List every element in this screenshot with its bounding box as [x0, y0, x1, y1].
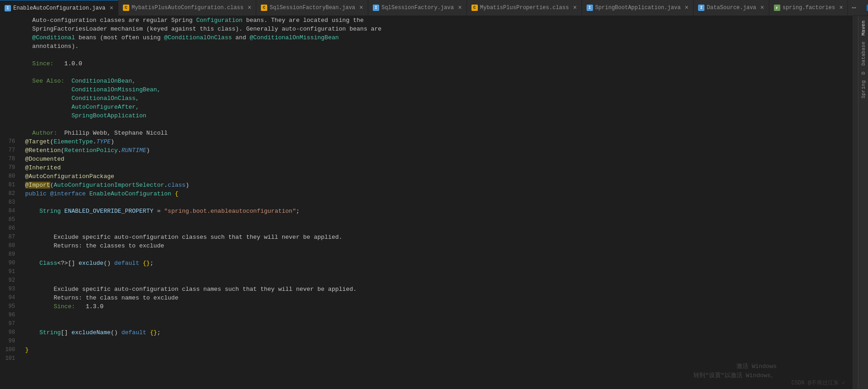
ln-empty5 [0, 51, 15, 59]
more-tabs-button[interactable]: ⋯ [848, 0, 860, 16]
ln-98: 98 [0, 328, 15, 337]
code-editor[interactable]: 76 77 78 79 80 81 82 83 84 85 86 87 88 8… [0, 16, 858, 389]
code-line-77: @Retention(RetentionPolicy.RUNTIME) [25, 146, 852, 155]
code-line-98: String[] excludeName() default {}; [25, 328, 852, 337]
code-line-92 [25, 276, 852, 285]
ln-empty2 [0, 25, 15, 33]
code-line-80: @AutoConfigurationPackage [25, 172, 852, 181]
tab-icon-datasource: I [698, 5, 704, 11]
ln-96: 96 [0, 311, 15, 320]
tab-mybatis-autocfg[interactable]: C MybatisPlusAutoConfiguration.class × [118, 0, 256, 16]
doc-line-seealso5: See Also: SpringBootApplication [25, 111, 852, 120]
ln-empty [0, 16, 15, 25]
tab-close-mybatis-autocfg[interactable]: × [248, 4, 251, 11]
ln-100: 100 [0, 346, 15, 354]
code-line-90: Class<?>[] exclude() default {}; [25, 259, 852, 268]
sidebar-d[interactable]: D [861, 69, 866, 77]
sidebar-maven[interactable]: Maven [861, 18, 866, 38]
doc-line-blank2 [25, 68, 852, 77]
ln-86: 86 [0, 224, 15, 233]
tab-sqlsession-factory[interactable]: I SqlSessionFactory.java × [368, 0, 467, 16]
ln-empty13 [0, 120, 15, 129]
ln-empty9 [0, 85, 15, 94]
code-line-81: @Import(AutoConfigurationImportSelector.… [25, 181, 852, 189]
tab-close-sqlsession-factory[interactable]: × [458, 4, 461, 11]
ln-82: 82 [0, 189, 15, 198]
ln-77: 77 [0, 146, 15, 155]
code-line-83 [25, 198, 852, 207]
ln-92: 92 [0, 276, 15, 285]
tab-mybatis-props[interactable]: C MybatisPlusProperties.class × [467, 0, 582, 16]
ln-empty7 [0, 68, 15, 77]
doc-line-seealso: See Also: ConditionalOnBean, [25, 77, 852, 85]
ln-81: 81 [0, 181, 15, 189]
tab-icon-sqlsession-factory: I [373, 5, 379, 11]
activate-windows-text: 激活 Windows [693, 362, 777, 371]
tab-icon-springboot-app: I [587, 5, 593, 11]
tab-springboot-app[interactable]: I SpringBootApplication.java × [582, 0, 694, 16]
tab-close-spring-factories[interactable]: × [839, 4, 843, 11]
tab-label-enable-autocfg: EnableAutoConfiguration.java [13, 5, 106, 11]
ln-84: 84 [0, 207, 15, 216]
main-area: 76 77 78 79 80 81 82 83 84 85 86 87 88 8… [0, 16, 868, 389]
tab-sqlsession-bean[interactable]: C SqlSessionFactoryBean.java × [256, 0, 368, 16]
code-line-93: Exclude specific auto-configuration clas… [25, 285, 852, 294]
code-line-86 [25, 224, 852, 233]
code-line-99 [25, 337, 852, 346]
csdn-watermark: CSDN @不肯过江东 ✓ [791, 379, 845, 387]
tab-label-mybatis-props: MybatisPlusProperties.class [480, 5, 569, 11]
ln-94: 94 [0, 294, 15, 302]
tab-label-mybatis-autocfg: MybatisPlusAutoConfiguration.class [132, 5, 243, 11]
ln-95: 95 [0, 302, 15, 311]
doc-line-1: Auto-configuration classes are regular S… [25, 16, 852, 25]
ln-empty6 [0, 59, 15, 68]
line-numbers: 76 77 78 79 80 81 82 83 84 85 86 87 88 8… [0, 16, 21, 389]
tab-icon-spring-factories: F [774, 5, 780, 11]
tab-icon-mybatis-autocfg: C [123, 5, 129, 11]
ln-88: 88 [0, 242, 15, 250]
tab-close-springboot-app[interactable]: × [685, 4, 688, 11]
ln-85: 85 [0, 216, 15, 224]
ln-90: 90 [0, 259, 15, 268]
tab-close-datasource[interactable]: × [760, 4, 764, 11]
code-wrapper: Auto-configuration classes are regular S… [25, 16, 852, 363]
doc-line-seealso3: See Also: ConditionalOnClass, [25, 94, 852, 103]
ln-89: 89 [0, 250, 15, 259]
tab-label-sqlsession-bean: SqlSessionFactoryBean.java [270, 5, 355, 11]
ln-empty11 [0, 103, 15, 111]
tab-icon-mybatis-props: C [471, 5, 478, 11]
code-line-76: @Target(ElementType.TYPE) [25, 137, 852, 146]
ln-97: 97 [0, 320, 15, 328]
code-line-95: Since: 1.3.0 [25, 302, 852, 311]
ln-79: 79 [0, 163, 15, 172]
ln-empty8 [0, 77, 15, 85]
right-sidebar: Maven Database D Spring [858, 16, 868, 389]
activate-windows-sub: 转到"设置"以激活 Windows。 [693, 371, 777, 380]
tab-spring-factories[interactable]: F spring.factories × [769, 0, 848, 16]
code-line-97 [25, 320, 852, 328]
ln-empty12 [0, 111, 15, 120]
minimap[interactable] [852, 16, 858, 389]
code-line-94: Returns: the class names to exclude [25, 294, 852, 302]
sidebar-database[interactable]: Database [861, 39, 866, 68]
tab-label-sqlsession-factory: SqlSessionFactory.java [381, 5, 454, 11]
code-line-79: @Inherited [25, 163, 852, 172]
doc-line-2: SpringFactoriesLoader mechanism (keyed a… [25, 25, 852, 33]
code-line-82: public @interface EnableAutoConfiguratio… [25, 189, 852, 198]
doc-line-blank3 [25, 120, 852, 129]
tab-label-datasource: DataSource.java [707, 5, 756, 11]
tab-close-sqlsession-bean[interactable]: × [360, 4, 363, 11]
tab-bar: I EnableAutoConfiguration.java × C Mybat… [0, 0, 868, 16]
tab-datasource[interactable]: I DataSource.java × [693, 0, 769, 16]
tab-close-mybatis-props[interactable]: × [573, 4, 577, 11]
code-content[interactable]: Auto-configuration classes are regular S… [21, 16, 852, 389]
ln-87: 87 [0, 233, 15, 242]
tab-close-enable-autocfg[interactable]: × [110, 5, 113, 12]
ln-83: 83 [0, 198, 15, 207]
code-line-89 [25, 250, 852, 259]
code-line-100: } [25, 346, 852, 354]
tab-enable-autocfg[interactable]: I EnableAutoConfiguration.java × [0, 0, 118, 16]
ln-99: 99 [0, 337, 15, 346]
sidebar-spring[interactable]: Spring [861, 78, 866, 101]
ln-78: 78 [0, 155, 15, 163]
